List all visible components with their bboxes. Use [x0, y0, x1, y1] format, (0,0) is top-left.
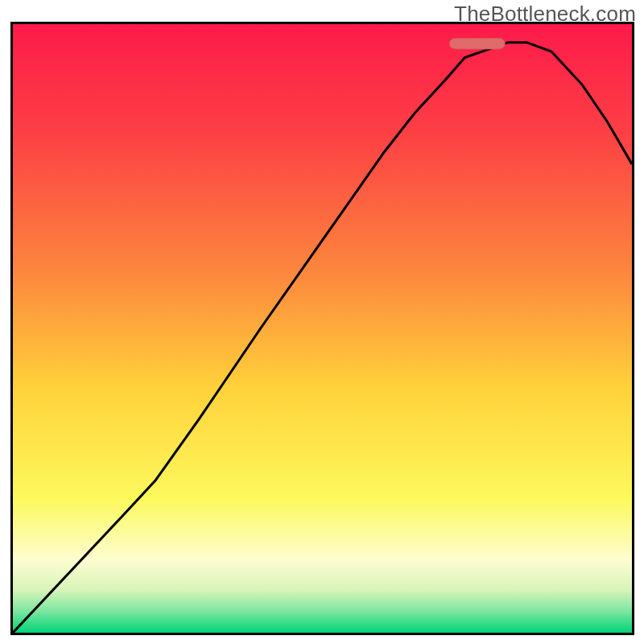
chart-wrap: TheBottleneck.com	[0, 0, 644, 644]
heat-background	[13, 24, 632, 633]
plot-area	[10, 22, 634, 635]
optimal-marker	[449, 38, 505, 49]
plot-svg	[13, 24, 632, 633]
watermark-text: TheBottleneck.com	[454, 2, 636, 27]
